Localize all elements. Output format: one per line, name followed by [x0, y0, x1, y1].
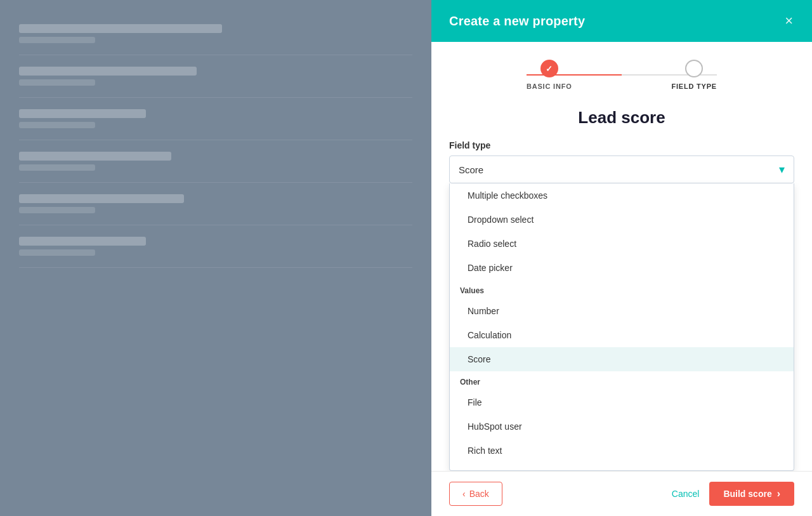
dropdown-item-radio-select[interactable]: Radio select	[450, 232, 794, 256]
dropdown-item-label: Score	[468, 354, 491, 364]
dropdown-item-label: Dropdown select	[468, 215, 534, 225]
dropdown-item-label: Rich text	[468, 446, 502, 456]
bg-row-title	[19, 67, 197, 76]
bg-row-1	[19, 13, 412, 55]
property-title: Lead score	[449, 103, 794, 128]
step-label-field-type: FIELD TYPE	[671, 83, 717, 90]
dropdown-item-rich-text[interactable]: Rich text	[450, 439, 794, 463]
chevron-left-icon: ‹	[462, 489, 466, 499]
bg-row-sub	[19, 122, 95, 128]
bg-row-sub	[19, 79, 95, 86]
dropdown-item-label: Multiple checkboxes	[468, 190, 547, 201]
step-label-basic-info: BASIC INFO	[527, 83, 572, 90]
dropdown-item-label: Radio select	[468, 239, 516, 249]
bg-row-3	[19, 98, 412, 140]
dropdown-item-label: Date picker	[468, 263, 513, 273]
bg-row-title	[19, 237, 146, 246]
modal-title: Create a new property	[449, 14, 585, 29]
stepper: ✓ BASIC INFO FIELD TYPE	[457, 60, 787, 90]
chevron-down-icon: ▾	[779, 162, 785, 176]
bg-row-4	[19, 140, 412, 183]
dropdown-item-label: Calculation	[468, 330, 511, 340]
bg-row-5	[19, 183, 412, 225]
bg-row-title	[19, 194, 184, 203]
build-score-label: Build score	[723, 489, 771, 499]
modal-footer: ‹ Back Cancel Build score ›	[431, 471, 812, 516]
dropdown-item-label: File	[468, 397, 482, 407]
build-score-button[interactable]: Build score ›	[709, 482, 794, 506]
field-type-label: Field type	[449, 140, 794, 150]
dropdown-item-dropdown-select[interactable]: Dropdown select	[450, 208, 794, 232]
check-icon: ✓	[546, 64, 553, 74]
close-icon: ×	[785, 13, 793, 29]
chevron-right-icon: ›	[777, 488, 780, 499]
bg-row-6	[19, 225, 412, 268]
dropdown-category-other: Other	[450, 371, 794, 390]
dropdown-item-score[interactable]: Score	[450, 347, 794, 371]
dropdown-item-label: HubSpot user	[468, 421, 522, 432]
back-label: Back	[469, 489, 489, 499]
dropdown-item-multiple-checkboxes[interactable]: Multiple checkboxes	[450, 183, 794, 208]
step-circle-basic-info: ✓	[540, 60, 558, 77]
modal-panel: Create a new property × ✓ BASIC INFO	[431, 0, 812, 516]
dropdown-item-label: Number	[468, 306, 499, 316]
cancel-button[interactable]: Cancel	[662, 482, 710, 505]
modal-header: Create a new property ×	[431, 0, 812, 42]
stepper-step-basic-info: ✓ BASIC INFO	[527, 60, 572, 90]
footer-right-actions: Cancel Build score ›	[662, 482, 794, 506]
background-rows	[0, 0, 431, 516]
field-type-dropdown[interactable]: Score ▾	[449, 155, 794, 183]
step-circle-field-type	[685, 60, 703, 77]
bg-row-sub	[19, 249, 95, 256]
dropdown-selected-value: Score	[459, 164, 483, 175]
stepper-step-field-type: FIELD TYPE	[671, 60, 717, 90]
bg-row-title	[19, 24, 222, 33]
bg-row-sub	[19, 37, 95, 43]
bg-row-sub	[19, 164, 95, 171]
close-button[interactable]: ×	[783, 13, 794, 29]
dropdown-item-hubspot-user[interactable]: HubSpot user	[450, 414, 794, 439]
dropdown-item-number[interactable]: Number	[450, 299, 794, 323]
bg-row-title	[19, 152, 171, 161]
bg-row-title	[19, 109, 146, 118]
stepper-steps: ✓ BASIC INFO FIELD TYPE	[527, 60, 717, 90]
bg-row-sub	[19, 207, 95, 213]
dropdown-item-calculation[interactable]: Calculation	[450, 323, 794, 347]
dropdown-category-values: Values	[450, 280, 794, 299]
dropdown-list: Multiple checkboxes Dropdown select Radi…	[449, 183, 794, 471]
dropdown-item-file[interactable]: File	[450, 390, 794, 414]
modal-body: Lead score Field type Score ▾ Multiple c…	[431, 103, 812, 471]
dropdown-item-date-picker[interactable]: Date picker	[450, 256, 794, 280]
bg-row-2	[19, 55, 412, 98]
stepper-container: ✓ BASIC INFO FIELD TYPE	[431, 42, 812, 103]
back-button[interactable]: ‹ Back	[449, 482, 502, 506]
